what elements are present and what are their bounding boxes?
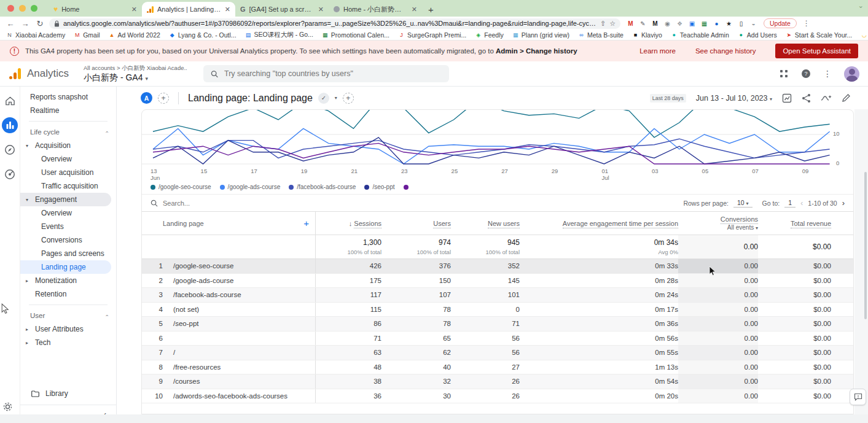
column-header-new-users[interactable]: New users (451, 220, 520, 227)
bookmark-item[interactable]: ■Klaviyo (632, 31, 662, 39)
table-row[interactable]: 3/facebook-ads-course1171071010m 24s0.00… (142, 288, 853, 303)
insights-icon[interactable] (821, 94, 832, 103)
column-header-total-revenue[interactable]: Total revenue (758, 220, 831, 227)
sidebar-item-library[interactable]: Library (20, 386, 116, 401)
share-report-icon[interactable] (802, 93, 811, 103)
caret-right-icon[interactable]: ▸ (26, 340, 28, 346)
bookmark-item[interactable]: MGmail (74, 31, 100, 39)
extension-icon[interactable]: ▦ (700, 20, 708, 27)
account-switcher[interactable]: All accounts > 小白新势 Xiaobai Acade.. 小白新势… (84, 64, 187, 83)
table-row[interactable]: 10/adwords-seo-facebook-ads-courses36302… (142, 389, 853, 404)
sidebar-item-traffic-acquisition[interactable]: Traffic acquisition (20, 179, 111, 193)
sidebar-item-overview[interactable]: Overview (20, 152, 111, 166)
extension-icon[interactable]: ❖ (676, 20, 684, 27)
tab-close-icon[interactable]: ✕ (225, 6, 230, 14)
bookmark-item[interactable]: ▦Promotional Calen... (322, 31, 389, 39)
table-row[interactable]: 4(not set)1157800m 17s0.00$0.00 (142, 303, 853, 317)
bookmark-item[interactable]: JSurgeGraph Premi... (398, 31, 466, 39)
add-report-tab-button[interactable]: + (343, 93, 354, 104)
explore-nav-icon[interactable] (2, 142, 18, 158)
tab-close-icon[interactable]: ✕ (318, 6, 324, 14)
table-search-input[interactable] (163, 200, 286, 207)
collapse-chevron-icon[interactable]: › (104, 315, 110, 317)
table-row[interactable]: 67165560m 56s0.00$0.00 (142, 332, 853, 346)
extension-icon[interactable]: M (651, 20, 659, 27)
reports-nav-icon[interactable] (2, 117, 18, 133)
help-icon[interactable]: ? (801, 69, 811, 79)
bookmark-item[interactable]: ▲Ad World 2022 (109, 31, 160, 39)
report-saved-check-icon[interactable]: ✓ (318, 93, 329, 104)
feedback-button[interactable] (850, 389, 866, 405)
caret-down-icon[interactable]: ▾ (26, 143, 28, 149)
table-row[interactable]: 8/free-resources4840271m 13s0.00$0.00 (142, 360, 853, 375)
sidebar-item-pages-and-screens[interactable]: Pages and screens (20, 247, 111, 260)
extension-icon[interactable]: ◒ (749, 20, 757, 27)
extension-icon[interactable]: ◉ (663, 20, 671, 27)
sidebar-item-realtime[interactable]: Realtime (20, 104, 111, 117)
sidebar-item-overview[interactable]: Overview (20, 206, 111, 220)
browser-tab[interactable]: Analytics | Landing page: Land✕ (142, 2, 235, 17)
sidebar-section-life-cycle[interactable]: Life cycle› (20, 125, 116, 139)
more-options-icon[interactable]: ⋮ (823, 69, 832, 79)
see-change-history-link[interactable]: See change history (695, 47, 756, 55)
share-page-icon[interactable]: ⇧ (600, 20, 606, 28)
bookmark-item[interactable]: ●Teachable Admin (671, 31, 729, 39)
column-header-conversions[interactable]: ConversionsAll events ▾ (678, 215, 758, 231)
bookmark-item[interactable]: ▤SEO课程大纲 - Go... (245, 31, 313, 39)
global-search-input[interactable] (224, 69, 442, 78)
sidebar-item-events[interactable]: Events (20, 220, 111, 233)
window-controls[interactable] (7, 0, 37, 17)
tab-close-icon[interactable]: ✕ (412, 6, 417, 14)
edit-report-icon[interactable] (842, 93, 851, 103)
user-avatar[interactable] (844, 66, 859, 82)
column-header-landing-page[interactable]: Landing page + (163, 212, 316, 235)
table-row[interactable]: 9/courses3832260m 54s0.00$0.00 (142, 374, 853, 389)
extension-icon[interactable]: ▣ (688, 20, 696, 27)
collapse-chevron-icon[interactable]: › (104, 131, 110, 133)
sidebar-item-user-acquisition[interactable]: User acquisition (20, 166, 111, 179)
bookmark-item[interactable]: NXiaobai Academy (6, 31, 65, 39)
forward-button[interactable]: → (20, 19, 31, 28)
bookmark-item[interactable]: ◡eCommerce Case... (861, 31, 868, 39)
table-row[interactable]: 5/seo-ppt8678710m 36s0.00$0.00 (142, 317, 853, 332)
sidebar-section-user[interactable]: User› (20, 309, 116, 322)
extension-icon[interactable]: ▯ (737, 20, 745, 27)
bookmark-item[interactable]: ◈Feedly (475, 31, 504, 39)
property-name[interactable]: 小白新势 - GA4 ▾ (84, 72, 187, 83)
chrome-update-button[interactable]: Update (764, 18, 797, 28)
bookmark-item[interactable]: ∞Meta B-suite (578, 31, 624, 39)
sidebar-item-monetization[interactable]: ▸Monetization (20, 274, 111, 287)
reload-button[interactable]: ↻ (34, 19, 45, 28)
column-header-sessions[interactable]: ↓ Sessions (316, 220, 381, 227)
date-range-picker[interactable]: Jun 13 - Jul 10, 2023 ▾ (696, 94, 772, 103)
tab-strip-caret-icon[interactable]: › (858, 6, 864, 8)
rows-per-page-select[interactable]: 10 ▾ (733, 199, 753, 208)
bookmark-item[interactable]: ●Add Users (738, 31, 777, 39)
bookmark-item[interactable]: ➤Start & Scale Your... (786, 31, 852, 39)
goto-page-input[interactable]: 1 (784, 199, 796, 208)
page-scrollbar[interactable] (864, 172, 867, 319)
bookmark-item[interactable]: ▦Plann (grid view) (512, 31, 569, 39)
bookmark-star-icon[interactable]: ☆ (609, 20, 616, 28)
sidebar-item-retention[interactable]: Retention (20, 287, 111, 301)
sidebar-item-landing-page[interactable]: Landing page (20, 260, 111, 274)
compare-data-icon[interactable] (782, 93, 792, 103)
chrome-menu-icon[interactable]: ⋮ (800, 19, 813, 28)
back-button[interactable]: ← (5, 19, 16, 28)
browser-tab[interactable]: G[GA4] Set up a scroll conversi✕ (235, 2, 329, 17)
report-options-caret-icon[interactable]: ▾ (335, 95, 337, 101)
extension-icon[interactable]: ✎ (639, 20, 647, 27)
caret-down-icon[interactable]: ▾ (26, 197, 28, 203)
next-page-icon[interactable]: › (842, 198, 845, 208)
open-setup-assistant-button[interactable]: Open Setup Assistant (775, 44, 858, 58)
sidebar-item-conversions[interactable]: Conversions (20, 233, 111, 247)
new-tab-button[interactable]: + (428, 4, 434, 15)
learn-more-link[interactable]: Learn more (639, 47, 676, 55)
browser-tab[interactable]: Home - 小白新势学院✕ (329, 2, 422, 17)
table-row[interactable]: 7/6362560m 55s0.00$0.00 (142, 346, 853, 360)
column-header-engagement[interactable]: Average engagement time per session (520, 220, 678, 227)
column-header-users[interactable]: Users (381, 220, 451, 227)
home-nav-icon[interactable] (2, 93, 18, 109)
extension-icon[interactable]: M (627, 20, 635, 27)
bookmark-item[interactable]: ◆Lyang & Co. - Outl... (169, 31, 237, 39)
